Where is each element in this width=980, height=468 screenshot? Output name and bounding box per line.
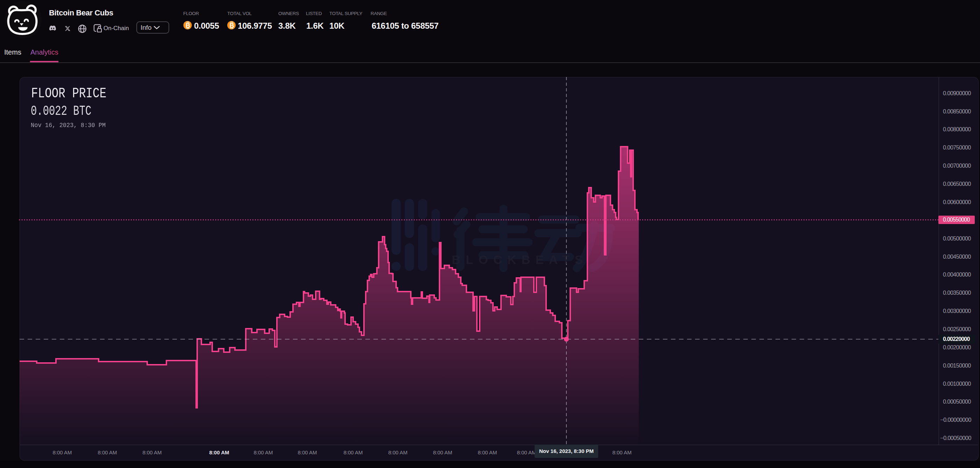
svg-text:B: B: [230, 22, 234, 29]
svg-text:B: B: [186, 22, 190, 29]
